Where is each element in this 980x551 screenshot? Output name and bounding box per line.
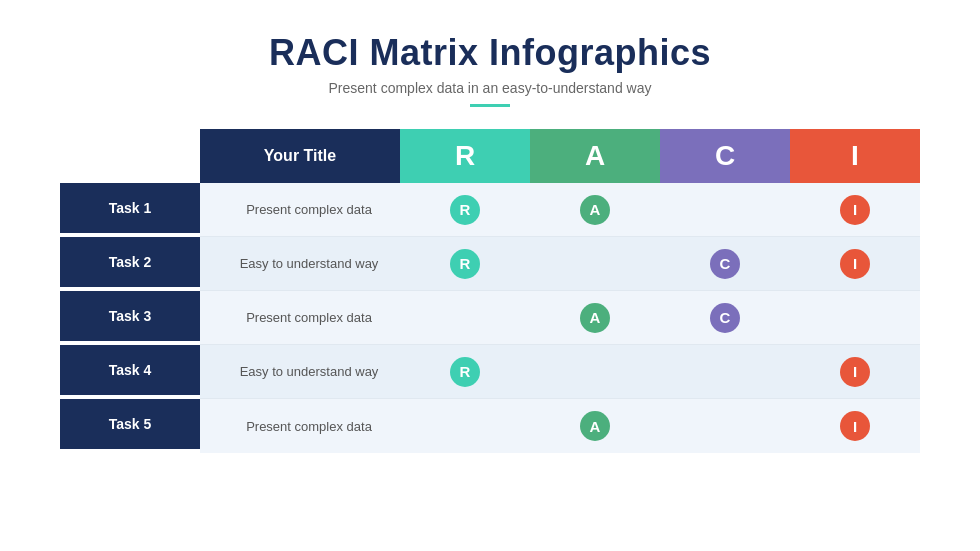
row3-i (790, 291, 920, 345)
badge-a: A (580, 411, 610, 441)
matrix-wrapper: Task 1 Task 2 Task 3 Task 4 Task 5 Your … (60, 129, 920, 453)
badge-i: I (840, 195, 870, 225)
badge-i: I (840, 411, 870, 441)
row1-a: A (530, 183, 660, 237)
badge-r: R (450, 195, 480, 225)
task-2-label: Task 2 (60, 237, 200, 287)
table-row: Present complex data A C (200, 291, 920, 345)
task-4-label: Task 4 (60, 345, 200, 395)
row4-r: R (400, 345, 530, 399)
row4-c (660, 345, 790, 399)
row5-desc: Present complex data (200, 399, 400, 453)
row2-r: R (400, 237, 530, 291)
row4-i: I (790, 345, 920, 399)
row5-r (400, 399, 530, 453)
teal-divider (470, 104, 510, 107)
page-title: RACI Matrix Infographics (269, 32, 711, 74)
page-subtitle: Present complex data in an easy-to-under… (269, 80, 711, 96)
row1-desc: Present complex data (200, 183, 400, 237)
row2-c: C (660, 237, 790, 291)
row2-desc: Easy to understand way (200, 237, 400, 291)
badge-i: I (840, 249, 870, 279)
row4-a (530, 345, 660, 399)
page-header: RACI Matrix Infographics Present complex… (269, 32, 711, 123)
tasks-column: Task 1 Task 2 Task 3 Task 4 Task 5 (60, 129, 200, 453)
badge-i: I (840, 357, 870, 387)
badge-a: A (580, 303, 610, 333)
row3-r (400, 291, 530, 345)
row3-desc: Present complex data (200, 291, 400, 345)
table-row: Present complex data R A I (200, 183, 920, 237)
raci-table: Your Title R A C I Present complex data … (200, 129, 920, 453)
row5-i: I (790, 399, 920, 453)
column-header-c: C (660, 129, 790, 183)
table-row: Easy to understand way R I (200, 345, 920, 399)
badge-a: A (580, 195, 610, 225)
column-header-i: I (790, 129, 920, 183)
badge-r: R (450, 249, 480, 279)
row2-a (530, 237, 660, 291)
column-header-title: Your Title (200, 129, 400, 183)
row1-c (660, 183, 790, 237)
column-header-a: A (530, 129, 660, 183)
badge-c: C (710, 249, 740, 279)
table-row: Present complex data A I (200, 399, 920, 453)
row5-a: A (530, 399, 660, 453)
badge-r: R (450, 357, 480, 387)
task-spacer (60, 129, 200, 183)
row1-i: I (790, 183, 920, 237)
row5-c (660, 399, 790, 453)
task-5-label: Task 5 (60, 399, 200, 449)
row1-r: R (400, 183, 530, 237)
row2-i: I (790, 237, 920, 291)
row4-desc: Easy to understand way (200, 345, 400, 399)
row3-c: C (660, 291, 790, 345)
task-1-label: Task 1 (60, 183, 200, 233)
task-3-label: Task 3 (60, 291, 200, 341)
column-header-r: R (400, 129, 530, 183)
badge-c: C (710, 303, 740, 333)
row3-a: A (530, 291, 660, 345)
table-row: Easy to understand way R C I (200, 237, 920, 291)
